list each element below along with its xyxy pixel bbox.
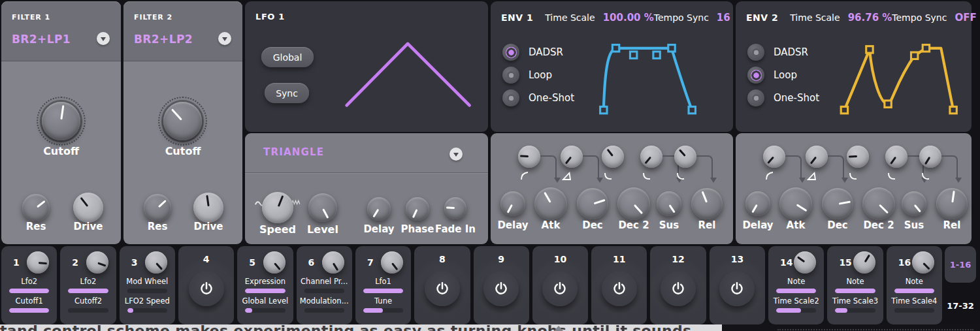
envelope-node-handle[interactable] <box>841 106 847 113</box>
env-curve-knob-2[interactable] <box>561 146 583 168</box>
env-2-envelope-editor[interactable] <box>825 35 965 117</box>
filter-2-res-knob[interactable] <box>144 194 171 221</box>
mod-amount-bar[interactable] <box>304 308 344 313</box>
lfo-speed-knob[interactable] <box>262 192 293 223</box>
macro-slot-12[interactable]: 12 <box>650 246 706 324</box>
macro-slot-13[interactable]: 13 <box>710 246 765 324</box>
radio-icon[interactable] <box>747 67 764 84</box>
mod-amount-bar[interactable] <box>245 308 285 313</box>
env-curve-knob-4[interactable] <box>885 146 907 168</box>
env-mode-dadsr[interactable]: DADSR <box>502 44 563 61</box>
mod-amount-bar[interactable] <box>304 289 344 293</box>
chevron-down-icon[interactable] <box>218 32 231 45</box>
filter-1-res-knob[interactable] <box>22 194 50 221</box>
env-curve-knob-1[interactable] <box>518 146 540 168</box>
env-curve-knob-5[interactable] <box>674 146 696 168</box>
lfo-sync-button[interactable]: Sync <box>265 83 309 103</box>
envelope-node-handle[interactable] <box>612 45 619 52</box>
env-mode-dadsr[interactable]: DADSR <box>747 44 808 61</box>
env-1-envelope-editor[interactable] <box>577 35 717 117</box>
env-delay-knob[interactable] <box>500 191 525 216</box>
macro-slot-1[interactable]: 1Lfo2Cutoff1 <box>1 246 57 324</box>
macro-slot-5[interactable]: 5ExpressionGlobal Level <box>237 246 293 324</box>
macro-knob-15[interactable] <box>853 251 875 274</box>
env-dec-knob[interactable] <box>577 188 608 219</box>
power-button[interactable] <box>542 271 578 306</box>
lfo-waveform-display[interactable] <box>338 33 475 112</box>
tempo-sync-value[interactable]: OFF <box>955 12 976 24</box>
radio-icon[interactable] <box>747 89 764 106</box>
lfo-delay-knob[interactable] <box>367 197 391 221</box>
time-scale-value[interactable]: 100.00 % <box>603 12 654 24</box>
power-button[interactable] <box>425 271 460 306</box>
macro-slot-4[interactable]: 4 <box>178 246 234 324</box>
mod-amount-bar[interactable] <box>127 308 167 313</box>
mod-amount-bar[interactable] <box>245 289 285 293</box>
envelope-node-handle[interactable] <box>653 52 660 58</box>
macro-slot-8[interactable]: 8 <box>414 246 470 324</box>
macro-slot-7[interactable]: 7Lfo1Tune <box>355 246 411 324</box>
filter-1-cutoff-knob[interactable] <box>42 102 80 140</box>
env-mode-one-shot[interactable]: One-Shot <box>747 89 819 106</box>
mod-amount-bar[interactable] <box>363 308 403 313</box>
mod-amount-bar[interactable] <box>363 289 403 293</box>
macro-slot-16[interactable]: 16NoteTime Scale4 <box>887 246 942 324</box>
mod-amount-bar[interactable] <box>776 308 816 313</box>
env-atk-knob[interactable] <box>779 187 812 220</box>
mod-amount-bar[interactable] <box>9 308 49 313</box>
filter-2-drive-knob[interactable] <box>193 193 223 223</box>
env-curve-knob-5[interactable] <box>919 146 941 168</box>
env-curve-knob-2[interactable] <box>806 146 828 168</box>
power-button[interactable] <box>719 271 755 306</box>
env-delay-knob[interactable] <box>745 191 770 216</box>
filter-2-cutoff-knob[interactable] <box>163 102 202 140</box>
macro-slot-2[interactable]: 2Lfo2Cutoff2 <box>60 246 116 324</box>
power-button[interactable] <box>189 271 224 306</box>
env-dec-knob[interactable] <box>822 188 853 219</box>
macro-slot-3[interactable]: 3Mod WheelLFO2 Speed <box>120 246 175 324</box>
envelope-node-handle[interactable] <box>866 46 873 53</box>
mod-amount-bar[interactable] <box>894 289 934 293</box>
mod-amount-bar[interactable] <box>68 289 108 293</box>
macro-slot-15[interactable]: 15NoteTime Scale3 <box>827 246 883 324</box>
macro-slot-11[interactable]: 11 <box>591 246 647 324</box>
env-dec2-knob[interactable] <box>862 187 895 220</box>
mod-amount-bar[interactable] <box>127 289 167 293</box>
macro-knob-2[interactable] <box>86 251 108 274</box>
macro-knob-14[interactable] <box>794 251 816 274</box>
lfo-global-button[interactable]: Global <box>261 47 314 67</box>
env-mode-one-shot[interactable]: One-Shot <box>502 89 574 106</box>
envelope-node-handle[interactable] <box>950 106 956 113</box>
power-button[interactable] <box>602 271 637 306</box>
env-curve-knob-3[interactable] <box>602 146 624 168</box>
filter-1-type-select[interactable]: BR2+LP1 <box>12 33 71 46</box>
env-sus-knob[interactable] <box>657 191 681 216</box>
macro-slot-10[interactable]: 10 <box>532 246 588 324</box>
filter-1-drive-knob[interactable] <box>73 193 103 223</box>
lfo-fadein-knob[interactable] <box>444 197 466 219</box>
mod-amount-bar[interactable] <box>776 289 816 293</box>
macro-knob-1[interactable] <box>27 251 49 274</box>
envelope-node-handle[interactable] <box>885 101 891 107</box>
mod-amount-bar[interactable] <box>9 289 49 293</box>
env-atk-knob[interactable] <box>534 187 567 220</box>
macro-slot-9[interactable]: 9 <box>474 246 529 324</box>
lfo-shape-select[interactable]: TRIANGLE <box>263 146 324 158</box>
envelope-node-handle[interactable] <box>630 52 636 58</box>
macro-knob-5[interactable] <box>263 251 286 274</box>
envelope-node-handle[interactable] <box>911 52 918 59</box>
envelope-node-handle[interactable] <box>600 106 607 113</box>
macro-slot-14[interactable]: 14NoteTime Scale2 <box>768 246 824 324</box>
envelope-node-handle[interactable] <box>689 106 695 113</box>
radio-icon[interactable] <box>502 67 519 84</box>
env-mode-loop[interactable]: Loop <box>747 67 797 84</box>
lfo-level-knob[interactable] <box>308 193 337 222</box>
time-scale-value[interactable]: 96.76 % <box>848 12 892 24</box>
power-button[interactable] <box>661 271 696 306</box>
mod-amount-bar[interactable] <box>894 308 934 313</box>
macro-knob-3[interactable] <box>145 251 167 274</box>
macro-slot-6[interactable]: 6Channel Pr...Modulation... <box>297 246 352 324</box>
envelope-node-handle[interactable] <box>668 45 675 52</box>
env-sus-knob[interactable] <box>902 191 926 216</box>
tempo-sync-value[interactable]: 16 <box>717 12 730 24</box>
